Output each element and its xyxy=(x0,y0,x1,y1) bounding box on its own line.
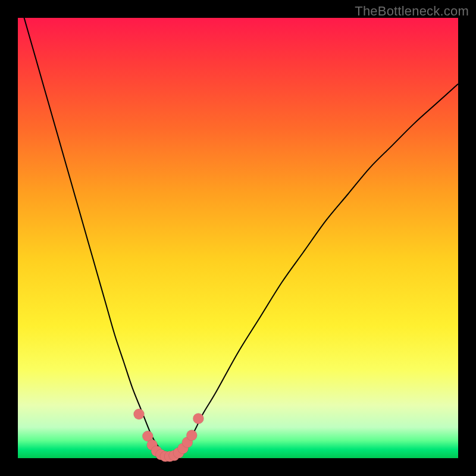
bottleneck-curve xyxy=(18,0,458,456)
marker-dot xyxy=(186,430,197,441)
chart-svg xyxy=(18,18,458,458)
watermark-text: TheBottleneck.com xyxy=(355,4,469,19)
plot-area xyxy=(18,18,458,458)
marker-dot xyxy=(134,409,145,419)
marker-dot xyxy=(193,413,203,424)
chart-canvas: TheBottleneck.com xyxy=(0,0,476,476)
